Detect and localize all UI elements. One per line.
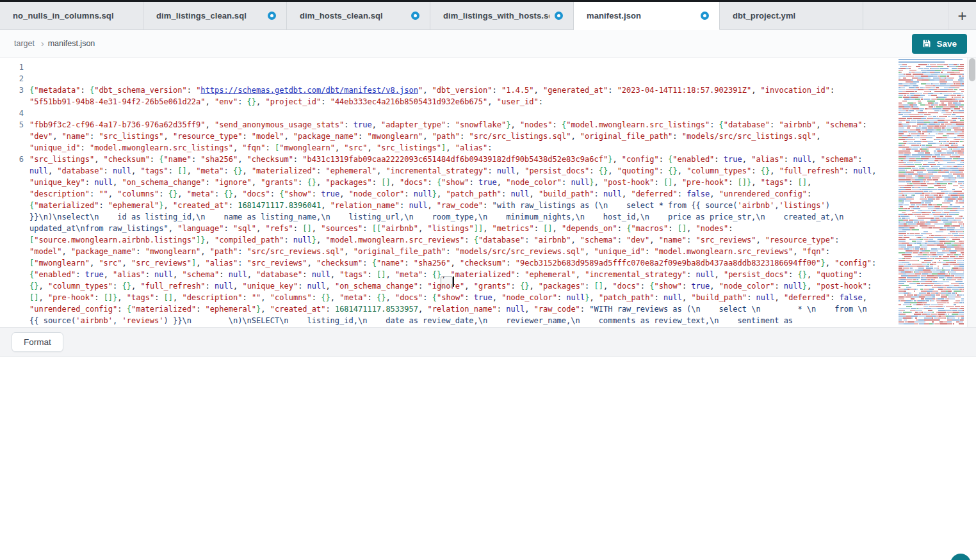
file-tab-label: dbt_project.yml bbox=[733, 11, 795, 20]
file-tab-label: manifest.json bbox=[587, 11, 641, 20]
unsaved-changes-dot[interactable] bbox=[701, 12, 709, 20]
scrollbar-thumb[interactable] bbox=[969, 58, 975, 81]
code-line-text[interactable] bbox=[29, 108, 897, 119]
results-panel-empty bbox=[0, 356, 976, 560]
line-number: 1 bbox=[0, 61, 29, 73]
unsaved-changes-dot[interactable] bbox=[555, 12, 563, 20]
unsaved-changes-dot[interactable] bbox=[411, 12, 419, 20]
line-number: 4 bbox=[0, 108, 29, 119]
save-button[interactable]: Save bbox=[912, 34, 967, 54]
file-tab-label: dim_hosts_clean.sql bbox=[300, 11, 383, 20]
line-number: 3 bbox=[0, 84, 29, 108]
code-line: 3 {"metadata": {"dbt_schema_version": "h… bbox=[0, 84, 897, 108]
line-number: 5 bbox=[0, 119, 29, 154]
dbt-ide-window: no_nulls_in_columns.sql dim_listings_cle… bbox=[0, 0, 976, 560]
file-tab-label: dim_listings_with_hosts.sql bbox=[443, 11, 549, 20]
code-line: 2 bbox=[0, 73, 897, 84]
breadcrumb-folder[interactable]: target bbox=[14, 39, 35, 48]
code-line-text[interactable]: "fbb9f3c2-cf96-4a17-b736-976a62d35ff9", … bbox=[29, 119, 897, 154]
code-editor[interactable]: 1 2 3 {"metadata": {"dbt_schema_version"… bbox=[0, 58, 976, 327]
code-line-text[interactable]: "src_listings", "checksum": {"name": "sh… bbox=[29, 154, 897, 327]
code-line: 5 "fbb9f3c2-cf96-4a17-b736-976a62d35ff9"… bbox=[0, 119, 897, 154]
file-tab-bar: no_nulls_in_columns.sql dim_listings_cle… bbox=[0, 2, 976, 30]
file-tab[interactable]: dim_listings_with_hosts.sql bbox=[430, 2, 574, 30]
save-button-label: Save bbox=[936, 39, 957, 49]
file-tab[interactable]: manifest.json bbox=[574, 2, 720, 30]
code-line-text[interactable] bbox=[29, 61, 897, 73]
file-tab-label: dim_listings_clean.sql bbox=[156, 11, 247, 20]
editor-footer-bar: Format bbox=[0, 327, 976, 356]
editor-minimap[interactable] bbox=[897, 58, 967, 327]
code-line: 4 bbox=[0, 108, 897, 119]
file-tab[interactable]: no_nulls_in_columns.sql bbox=[0, 2, 143, 30]
file-tab[interactable]: dim_hosts_clean.sql bbox=[287, 2, 430, 30]
tab-bar-filler: + bbox=[863, 2, 976, 30]
code-line: 6 "src_listings", "checksum": {"name": "… bbox=[0, 154, 897, 327]
format-button[interactable]: Format bbox=[12, 332, 63, 352]
matching-bracket-highlight bbox=[441, 276, 453, 287]
chevron-right-icon: › bbox=[41, 38, 44, 49]
plus-icon: + bbox=[957, 7, 966, 25]
new-tab-button[interactable]: + bbox=[948, 2, 976, 29]
file-tab[interactable]: dbt_project.yml bbox=[720, 2, 863, 30]
line-number: 6 bbox=[0, 154, 29, 327]
unsaved-changes-dot[interactable] bbox=[268, 12, 276, 20]
text-caret bbox=[453, 276, 454, 287]
line-number: 2 bbox=[0, 73, 29, 84]
file-tab-label: no_nulls_in_columns.sql bbox=[13, 11, 114, 20]
floppy-disk-icon bbox=[922, 39, 931, 48]
file-tab[interactable]: dim_listings_clean.sql bbox=[143, 2, 287, 30]
breadcrumb-file[interactable]: manifest.json bbox=[48, 39, 95, 48]
breadcrumb-bar: target › manifest.json Save bbox=[0, 30, 976, 58]
vertical-scrollbar[interactable] bbox=[967, 58, 976, 327]
code-line: 1 bbox=[0, 61, 897, 73]
help-chat-bubble-button[interactable] bbox=[950, 554, 971, 560]
code-line-text[interactable]: {"metadata": {"dbt_schema_version": "htt… bbox=[29, 84, 897, 108]
code-line-text[interactable] bbox=[29, 73, 897, 84]
